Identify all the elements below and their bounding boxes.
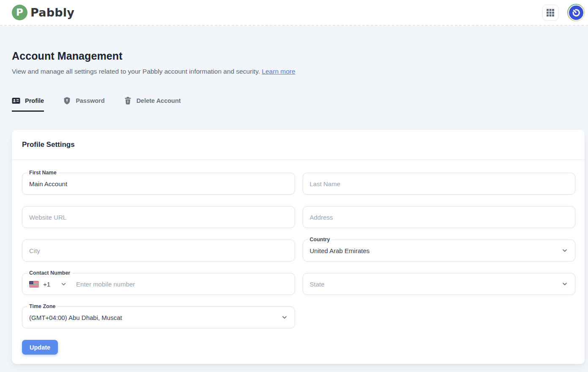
page-subtitle: View and manage all settings related to …	[12, 68, 585, 75]
navbar-actions	[542, 4, 585, 21]
tab-delete-account[interactable]: Delete Account	[124, 96, 181, 112]
pabbly-logo[interactable]: P Pabbly	[12, 5, 74, 20]
form-actions: Update	[22, 340, 295, 355]
top-navbar: P Pabbly	[0, 0, 588, 26]
last-name-input[interactable]	[310, 180, 569, 187]
time-zone-select[interactable]: Time Zone (GMT+04:00) Abu Dhabi, Muscat	[22, 306, 295, 328]
chevron-down-icon	[281, 314, 288, 321]
website-url-field	[22, 206, 295, 228]
learn-more-link[interactable]: Learn more	[262, 68, 295, 75]
website-url-input[interactable]	[29, 214, 288, 221]
tab-delete-account-label: Delete Account	[137, 97, 181, 104]
tab-profile[interactable]: Profile	[12, 96, 44, 112]
shield-icon	[63, 96, 71, 105]
chevron-down-icon	[561, 247, 568, 254]
first-name-field: First Name	[22, 173, 295, 195]
first-name-label: First Name	[27, 170, 59, 176]
card-title: Profile Settings	[22, 141, 75, 149]
profile-form: First Name Country United Arab Emirates	[12, 160, 585, 364]
id-card-icon	[12, 96, 20, 105]
country-label: Country	[308, 237, 332, 243]
account-tabs: Profile Password Delete Account	[12, 96, 585, 112]
empty-grid-cell	[303, 306, 576, 328]
logo-letter: P	[16, 7, 23, 18]
city-input[interactable]	[29, 247, 288, 254]
card-header: Profile Settings	[12, 130, 585, 160]
time-zone-value: (GMT+04:00) Abu Dhabi, Muscat	[29, 314, 281, 321]
dial-code-chevron-icon[interactable]	[60, 281, 67, 287]
pabbly-logo-icon: P	[12, 5, 27, 20]
chevron-down-icon	[561, 281, 568, 287]
state-placeholder: State	[310, 281, 562, 288]
address-field	[303, 206, 576, 228]
main-content: Account Management View and manage all s…	[0, 26, 588, 364]
tab-profile-label: Profile	[25, 97, 44, 104]
mobile-number-input[interactable]	[76, 281, 287, 288]
subtitle-text: View and manage all settings related to …	[12, 68, 260, 75]
apps-grid-icon	[546, 8, 555, 17]
state-select[interactable]: State	[303, 273, 576, 295]
profile-settings-card: Profile Settings First Name	[12, 130, 585, 364]
dial-code[interactable]: +1	[43, 281, 50, 288]
time-zone-label: Time Zone	[27, 303, 57, 310]
tab-password[interactable]: Password	[63, 96, 105, 112]
brand-wordmark: Pabbly	[30, 6, 74, 19]
apps-grid-button[interactable]	[542, 5, 558, 21]
country-select[interactable]: Country United Arab Emirates	[303, 240, 576, 262]
trash-icon	[124, 96, 132, 105]
tab-password-label: Password	[76, 97, 105, 104]
last-name-field	[303, 173, 576, 195]
update-button[interactable]: Update	[22, 340, 58, 355]
contact-number-label: Contact Number	[27, 270, 72, 276]
city-field	[22, 240, 295, 262]
avatar-circle	[568, 5, 584, 21]
us-flag-icon	[29, 281, 39, 287]
account-avatar[interactable]	[567, 4, 585, 21]
first-name-input[interactable]	[29, 180, 288, 187]
country-value: United Arab Emirates	[310, 247, 562, 254]
contact-number-field: Contact Number	[22, 273, 295, 295]
page-title: Account Management	[12, 26, 585, 62]
address-input[interactable]	[310, 214, 569, 221]
power-icon	[571, 8, 581, 18]
